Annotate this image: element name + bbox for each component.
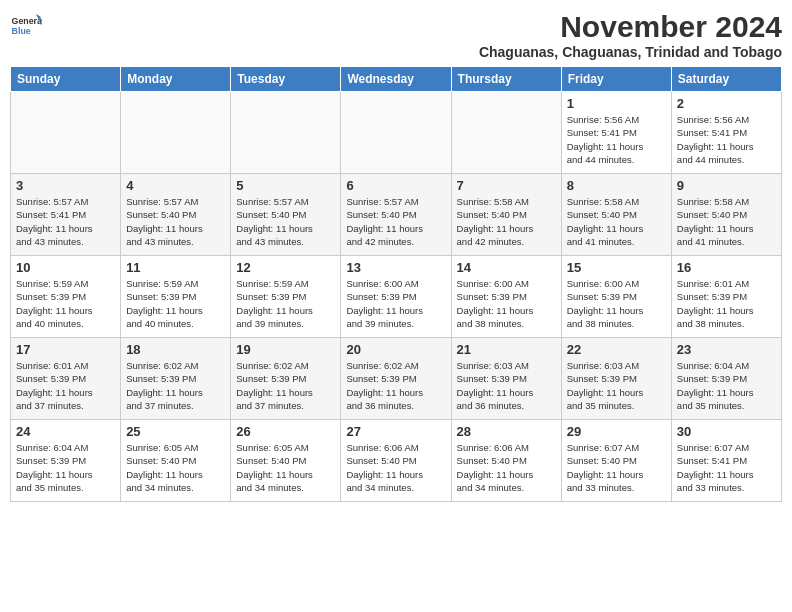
calendar-cell: 30Sunrise: 6:07 AM Sunset: 5:41 PM Dayli… bbox=[671, 420, 781, 502]
weekday-header-tuesday: Tuesday bbox=[231, 67, 341, 92]
day-info: Sunrise: 5:58 AM Sunset: 5:40 PM Dayligh… bbox=[457, 195, 556, 248]
calendar-cell bbox=[121, 92, 231, 174]
day-number: 30 bbox=[677, 424, 776, 439]
day-info: Sunrise: 6:06 AM Sunset: 5:40 PM Dayligh… bbox=[346, 441, 445, 494]
calendar-cell: 1Sunrise: 5:56 AM Sunset: 5:41 PM Daylig… bbox=[561, 92, 671, 174]
day-info: Sunrise: 6:01 AM Sunset: 5:39 PM Dayligh… bbox=[16, 359, 115, 412]
day-number: 21 bbox=[457, 342, 556, 357]
day-number: 15 bbox=[567, 260, 666, 275]
day-number: 22 bbox=[567, 342, 666, 357]
day-info: Sunrise: 5:57 AM Sunset: 5:40 PM Dayligh… bbox=[126, 195, 225, 248]
day-info: Sunrise: 6:06 AM Sunset: 5:40 PM Dayligh… bbox=[457, 441, 556, 494]
calendar-cell: 22Sunrise: 6:03 AM Sunset: 5:39 PM Dayli… bbox=[561, 338, 671, 420]
day-info: Sunrise: 5:59 AM Sunset: 5:39 PM Dayligh… bbox=[236, 277, 335, 330]
day-info: Sunrise: 6:02 AM Sunset: 5:39 PM Dayligh… bbox=[126, 359, 225, 412]
calendar-cell: 16Sunrise: 6:01 AM Sunset: 5:39 PM Dayli… bbox=[671, 256, 781, 338]
calendar-cell: 2Sunrise: 5:56 AM Sunset: 5:41 PM Daylig… bbox=[671, 92, 781, 174]
day-info: Sunrise: 6:02 AM Sunset: 5:39 PM Dayligh… bbox=[346, 359, 445, 412]
day-number: 1 bbox=[567, 96, 666, 111]
day-info: Sunrise: 5:56 AM Sunset: 5:41 PM Dayligh… bbox=[567, 113, 666, 166]
day-number: 18 bbox=[126, 342, 225, 357]
calendar-cell: 14Sunrise: 6:00 AM Sunset: 5:39 PM Dayli… bbox=[451, 256, 561, 338]
day-number: 28 bbox=[457, 424, 556, 439]
day-info: Sunrise: 6:00 AM Sunset: 5:39 PM Dayligh… bbox=[457, 277, 556, 330]
day-number: 10 bbox=[16, 260, 115, 275]
calendar-cell: 5Sunrise: 5:57 AM Sunset: 5:40 PM Daylig… bbox=[231, 174, 341, 256]
day-info: Sunrise: 6:04 AM Sunset: 5:39 PM Dayligh… bbox=[16, 441, 115, 494]
day-number: 4 bbox=[126, 178, 225, 193]
day-info: Sunrise: 5:59 AM Sunset: 5:39 PM Dayligh… bbox=[126, 277, 225, 330]
day-info: Sunrise: 6:00 AM Sunset: 5:39 PM Dayligh… bbox=[346, 277, 445, 330]
day-number: 27 bbox=[346, 424, 445, 439]
calendar-cell bbox=[231, 92, 341, 174]
calendar-cell bbox=[341, 92, 451, 174]
week-row-5: 24Sunrise: 6:04 AM Sunset: 5:39 PM Dayli… bbox=[11, 420, 782, 502]
day-number: 23 bbox=[677, 342, 776, 357]
day-info: Sunrise: 6:02 AM Sunset: 5:39 PM Dayligh… bbox=[236, 359, 335, 412]
day-info: Sunrise: 6:03 AM Sunset: 5:39 PM Dayligh… bbox=[457, 359, 556, 412]
calendar-cell: 17Sunrise: 6:01 AM Sunset: 5:39 PM Dayli… bbox=[11, 338, 121, 420]
day-info: Sunrise: 6:04 AM Sunset: 5:39 PM Dayligh… bbox=[677, 359, 776, 412]
calendar-cell: 26Sunrise: 6:05 AM Sunset: 5:40 PM Dayli… bbox=[231, 420, 341, 502]
calendar-cell: 12Sunrise: 5:59 AM Sunset: 5:39 PM Dayli… bbox=[231, 256, 341, 338]
calendar-cell: 4Sunrise: 5:57 AM Sunset: 5:40 PM Daylig… bbox=[121, 174, 231, 256]
calendar-table: SundayMondayTuesdayWednesdayThursdayFrid… bbox=[10, 66, 782, 502]
weekday-header-wednesday: Wednesday bbox=[341, 67, 451, 92]
day-number: 11 bbox=[126, 260, 225, 275]
day-number: 12 bbox=[236, 260, 335, 275]
day-info: Sunrise: 6:00 AM Sunset: 5:39 PM Dayligh… bbox=[567, 277, 666, 330]
day-info: Sunrise: 5:56 AM Sunset: 5:41 PM Dayligh… bbox=[677, 113, 776, 166]
week-row-3: 10Sunrise: 5:59 AM Sunset: 5:39 PM Dayli… bbox=[11, 256, 782, 338]
day-info: Sunrise: 5:57 AM Sunset: 5:41 PM Dayligh… bbox=[16, 195, 115, 248]
day-number: 25 bbox=[126, 424, 225, 439]
calendar-cell: 7Sunrise: 5:58 AM Sunset: 5:40 PM Daylig… bbox=[451, 174, 561, 256]
weekday-header-row: SundayMondayTuesdayWednesdayThursdayFrid… bbox=[11, 67, 782, 92]
weekday-header-friday: Friday bbox=[561, 67, 671, 92]
svg-text:Blue: Blue bbox=[12, 26, 31, 36]
day-number: 24 bbox=[16, 424, 115, 439]
calendar-cell: 25Sunrise: 6:05 AM Sunset: 5:40 PM Dayli… bbox=[121, 420, 231, 502]
weekday-header-thursday: Thursday bbox=[451, 67, 561, 92]
calendar-cell: 21Sunrise: 6:03 AM Sunset: 5:39 PM Dayli… bbox=[451, 338, 561, 420]
week-row-2: 3Sunrise: 5:57 AM Sunset: 5:41 PM Daylig… bbox=[11, 174, 782, 256]
weekday-header-sunday: Sunday bbox=[11, 67, 121, 92]
month-title: November 2024 bbox=[479, 10, 782, 44]
svg-text:General: General bbox=[12, 16, 42, 26]
day-number: 17 bbox=[16, 342, 115, 357]
title-area: November 2024 Chaguanas, Chaguanas, Trin… bbox=[479, 10, 782, 60]
day-number: 3 bbox=[16, 178, 115, 193]
day-info: Sunrise: 5:57 AM Sunset: 5:40 PM Dayligh… bbox=[346, 195, 445, 248]
location-subtitle: Chaguanas, Chaguanas, Trinidad and Tobag… bbox=[479, 44, 782, 60]
day-info: Sunrise: 5:59 AM Sunset: 5:39 PM Dayligh… bbox=[16, 277, 115, 330]
weekday-header-saturday: Saturday bbox=[671, 67, 781, 92]
calendar-cell: 24Sunrise: 6:04 AM Sunset: 5:39 PM Dayli… bbox=[11, 420, 121, 502]
day-info: Sunrise: 6:07 AM Sunset: 5:41 PM Dayligh… bbox=[677, 441, 776, 494]
day-info: Sunrise: 5:58 AM Sunset: 5:40 PM Dayligh… bbox=[567, 195, 666, 248]
day-number: 7 bbox=[457, 178, 556, 193]
day-number: 29 bbox=[567, 424, 666, 439]
day-number: 6 bbox=[346, 178, 445, 193]
calendar-cell: 9Sunrise: 5:58 AM Sunset: 5:40 PM Daylig… bbox=[671, 174, 781, 256]
day-number: 9 bbox=[677, 178, 776, 193]
day-info: Sunrise: 5:58 AM Sunset: 5:40 PM Dayligh… bbox=[677, 195, 776, 248]
day-info: Sunrise: 6:01 AM Sunset: 5:39 PM Dayligh… bbox=[677, 277, 776, 330]
day-info: Sunrise: 6:07 AM Sunset: 5:40 PM Dayligh… bbox=[567, 441, 666, 494]
calendar-cell: 15Sunrise: 6:00 AM Sunset: 5:39 PM Dayli… bbox=[561, 256, 671, 338]
day-number: 13 bbox=[346, 260, 445, 275]
calendar-cell: 19Sunrise: 6:02 AM Sunset: 5:39 PM Dayli… bbox=[231, 338, 341, 420]
calendar-cell: 10Sunrise: 5:59 AM Sunset: 5:39 PM Dayli… bbox=[11, 256, 121, 338]
day-number: 20 bbox=[346, 342, 445, 357]
calendar-cell: 8Sunrise: 5:58 AM Sunset: 5:40 PM Daylig… bbox=[561, 174, 671, 256]
day-number: 2 bbox=[677, 96, 776, 111]
weekday-header-monday: Monday bbox=[121, 67, 231, 92]
calendar-cell: 29Sunrise: 6:07 AM Sunset: 5:40 PM Dayli… bbox=[561, 420, 671, 502]
calendar-cell bbox=[451, 92, 561, 174]
week-row-1: 1Sunrise: 5:56 AM Sunset: 5:41 PM Daylig… bbox=[11, 92, 782, 174]
calendar-cell: 6Sunrise: 5:57 AM Sunset: 5:40 PM Daylig… bbox=[341, 174, 451, 256]
day-number: 16 bbox=[677, 260, 776, 275]
calendar-cell: 3Sunrise: 5:57 AM Sunset: 5:41 PM Daylig… bbox=[11, 174, 121, 256]
header: General Blue November 2024 Chaguanas, Ch… bbox=[10, 10, 782, 60]
day-number: 19 bbox=[236, 342, 335, 357]
calendar-cell bbox=[11, 92, 121, 174]
day-info: Sunrise: 6:05 AM Sunset: 5:40 PM Dayligh… bbox=[236, 441, 335, 494]
